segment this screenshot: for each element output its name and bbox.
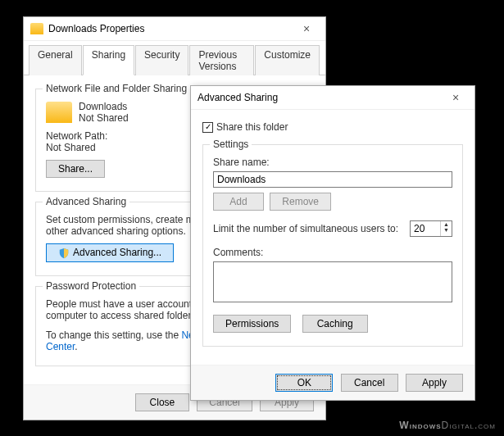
folder-icon xyxy=(30,23,43,34)
shield-icon xyxy=(58,248,70,259)
item-name: Downloads xyxy=(79,101,127,112)
network-sharing-legend: Network File and Folder Sharing xyxy=(43,83,190,94)
tab-previous-versions[interactable]: Previous Versions xyxy=(189,45,254,75)
advanced-footer: OK Cancel Apply xyxy=(191,365,474,400)
share-name-label: Share name: xyxy=(213,157,452,168)
share-name-input[interactable] xyxy=(213,171,452,188)
share-button[interactable]: Share... xyxy=(46,160,105,178)
remove-button[interactable]: Remove xyxy=(270,193,331,211)
spinner-down-icon[interactable]: ▼ xyxy=(441,227,452,233)
apply-button[interactable]: Apply xyxy=(406,374,463,392)
spinner-up-icon[interactable]: ▲ xyxy=(441,221,452,227)
add-button[interactable]: Add xyxy=(213,193,264,211)
password-line2-prefix: To change this setting, use the xyxy=(46,329,181,341)
tab-customize[interactable]: Customize xyxy=(255,45,320,75)
caching-button[interactable]: Caching xyxy=(302,315,368,333)
advanced-sharing-dialog: Advanced Sharing × ✓ Share this folder S… xyxy=(190,85,475,401)
limit-spinner[interactable]: ▲ ▼ xyxy=(410,220,452,237)
password-protection-legend: Password Protection xyxy=(43,280,139,292)
permissions-button[interactable]: Permissions xyxy=(213,315,291,333)
tab-security[interactable]: Security xyxy=(135,45,188,75)
comments-label: Comments: xyxy=(213,247,452,258)
item-status: Not Shared xyxy=(79,112,129,124)
watermark: WindowsDigital.com xyxy=(399,419,496,431)
network-path-label: Network Path: xyxy=(46,130,107,142)
advanced-sharing-button[interactable]: Advanced Sharing... xyxy=(46,243,174,262)
close-button[interactable]: Close xyxy=(135,393,189,411)
network-path-value: Not Shared xyxy=(46,142,96,153)
limit-label: Limit the number of simultaneous users t… xyxy=(213,223,398,234)
advanced-body: ✓ Share this folder Settings Share name:… xyxy=(191,110,474,365)
properties-titlebar: Downloads Properties × xyxy=(24,17,325,41)
settings-group: Settings Share name: Add Remove Limit th… xyxy=(202,144,463,347)
comments-textarea[interactable] xyxy=(213,261,452,302)
ok-button[interactable]: OK xyxy=(275,374,333,392)
share-folder-checkbox[interactable]: ✓ Share this folder xyxy=(202,121,288,133)
folder-large-icon xyxy=(46,102,72,123)
cancel-button[interactable]: Cancel xyxy=(341,374,398,392)
close-icon[interactable]: × xyxy=(443,91,468,104)
checkmark-icon: ✓ xyxy=(202,122,213,133)
tab-strip: General Sharing Security Previous Versio… xyxy=(24,41,325,75)
share-folder-label: Share this folder xyxy=(216,121,288,133)
tab-sharing[interactable]: Sharing xyxy=(83,45,134,75)
close-icon[interactable]: × xyxy=(294,22,319,35)
settings-legend: Settings xyxy=(210,139,252,150)
advanced-titlebar: Advanced Sharing × xyxy=(191,86,474,110)
limit-input[interactable] xyxy=(411,221,440,236)
properties-title: Downloads Properties xyxy=(48,23,294,34)
advanced-sharing-legend: Advanced Sharing xyxy=(43,196,129,207)
advanced-title: Advanced Sharing xyxy=(198,92,443,103)
tab-general[interactable]: General xyxy=(29,45,82,75)
